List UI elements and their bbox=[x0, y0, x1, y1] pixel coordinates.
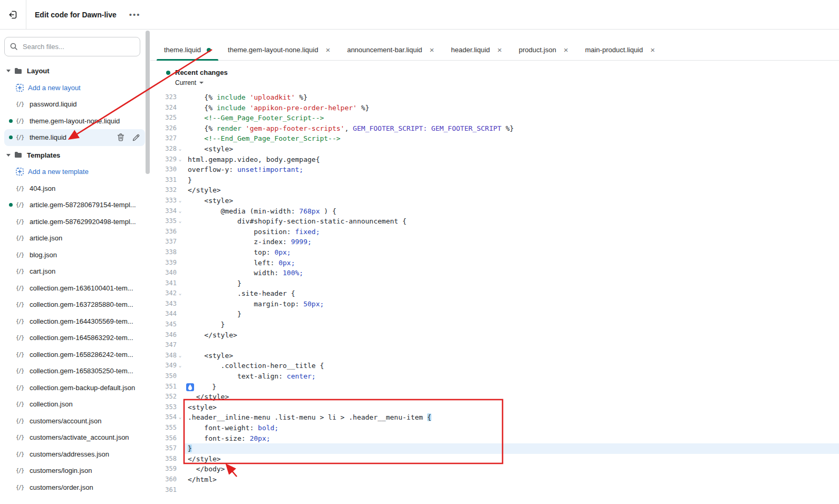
fold-toggle-icon[interactable]: ⌄ bbox=[177, 196, 184, 206]
overflow-menu-button[interactable]: ••• bbox=[126, 8, 144, 21]
search-files-input[interactable] bbox=[4, 37, 140, 56]
file-item[interactable]: {/}collection.gem-1658305250-tem... bbox=[4, 363, 145, 380]
add-new-file-button[interactable]: Add a new layout bbox=[4, 80, 145, 96]
tab-header.liquid[interactable]: header.liquid× bbox=[442, 40, 510, 60]
top-bar: Edit code for Dawn-live ••• bbox=[0, 0, 839, 30]
code-text[interactable]: div#shopify-section-static-announcement … bbox=[184, 216, 839, 227]
code-text[interactable]: width: 100%; bbox=[184, 268, 839, 278]
code-text[interactable]: } bbox=[184, 309, 839, 319]
close-tab-icon[interactable]: × bbox=[650, 46, 655, 54]
code-text[interactable]: </style> bbox=[184, 330, 839, 341]
file-item[interactable]: {/}customers/login.json bbox=[4, 462, 145, 479]
close-tab-icon[interactable]: × bbox=[564, 46, 568, 54]
code-text[interactable]: <style> bbox=[184, 351, 839, 361]
file-item[interactable]: {/}theme.liquid bbox=[4, 129, 145, 146]
file-item[interactable]: {/}collection.gem-1645863292-tem... bbox=[4, 329, 145, 346]
tab-product.json[interactable]: product.json× bbox=[510, 40, 577, 60]
tab-theme.liquid[interactable]: theme.liquid bbox=[156, 40, 219, 60]
folder-templates[interactable]: Templates bbox=[4, 147, 145, 164]
code-line: 323 {% include 'uploadkit' %} bbox=[150, 92, 839, 103]
file-item[interactable]: {/}password.liquid bbox=[4, 96, 145, 113]
file-item[interactable]: {/}404.json bbox=[4, 180, 145, 197]
tab-theme.gem-layout-none.liquid[interactable]: theme.gem-layout-none.liquid× bbox=[219, 40, 339, 60]
code-text[interactable]: @media (min-width: 768px ) { bbox=[184, 206, 839, 217]
exit-code-editor-button[interactable] bbox=[0, 0, 26, 29]
file-item[interactable]: {/}article.gem-587629920498-templ... bbox=[4, 214, 145, 230]
rename-file-icon[interactable] bbox=[132, 134, 140, 141]
file-item[interactable]: {/}article.gem-587280679154-templ... bbox=[4, 197, 145, 214]
code-text[interactable]: overflow-y: unset!important; bbox=[184, 164, 839, 175]
file-item[interactable]: {/}collection.gem-1637285880-tem... bbox=[4, 296, 145, 313]
file-item[interactable]: {/}customers/account.json bbox=[4, 413, 145, 430]
code-editor[interactable]: 323 {% include 'uploadkit' %}324 {% incl… bbox=[150, 92, 839, 495]
fold-toggle-icon[interactable]: ⌄ bbox=[177, 216, 184, 227]
code-text[interactable]: } bbox=[184, 443, 839, 454]
code-text[interactable]: <style> bbox=[184, 196, 839, 206]
code-text[interactable]: <!--Gem_Page_Footer_Script--> bbox=[184, 113, 839, 123]
code-text[interactable]: .header__inline-menu .list-menu > li > .… bbox=[184, 412, 839, 423]
file-item[interactable]: {/}article.json bbox=[4, 230, 145, 247]
code-text[interactable]: {% include 'uploadkit' %} bbox=[184, 92, 839, 103]
file-item[interactable]: {/}collection.gem-1644305569-tem... bbox=[4, 313, 145, 330]
fold-toggle-icon[interactable]: ⌄ bbox=[177, 288, 184, 299]
folder-layout[interactable]: Layout bbox=[4, 63, 145, 80]
file-item[interactable]: {/}customers/activate_account.json bbox=[4, 429, 145, 446]
code-text[interactable]: </style> bbox=[184, 392, 839, 402]
file-type-icon: {/} bbox=[16, 434, 26, 440]
close-tab-icon[interactable]: × bbox=[497, 46, 502, 54]
code-text[interactable]: left: 0px; bbox=[184, 258, 839, 268]
file-item[interactable]: {/}theme.gem-layout-none.liquid bbox=[4, 113, 145, 130]
sidebar-scrollbar[interactable] bbox=[146, 31, 150, 174]
code-text[interactable]: font-weight: bold; bbox=[184, 423, 839, 433]
code-text[interactable]: </html> bbox=[184, 474, 839, 485]
code-text[interactable]: } bbox=[184, 319, 839, 330]
code-text[interactable]: .site-header { bbox=[184, 288, 839, 299]
code-text[interactable]: position: fixed; bbox=[184, 227, 839, 237]
file-item[interactable]: {/}customers/order.json bbox=[4, 479, 145, 496]
code-text[interactable]: } bbox=[184, 175, 839, 186]
file-item[interactable]: {/}blog.json bbox=[4, 247, 145, 264]
code-text[interactable]: .collection-hero__title { bbox=[184, 361, 839, 371]
fold-toggle-icon[interactable]: ⌄ bbox=[177, 351, 184, 361]
code-text[interactable]: html.gemapp.video, body.gempage{ bbox=[184, 154, 839, 165]
code-line: 332</style> bbox=[150, 185, 839, 196]
tab-announcement-bar.liquid[interactable]: announcement-bar.liquid× bbox=[339, 40, 442, 60]
code-text[interactable]: z-index: 9999; bbox=[184, 237, 839, 247]
code-text[interactable]: } bbox=[184, 278, 839, 289]
code-text[interactable]: {% render 'gem-app-footer-scripts', GEM_… bbox=[184, 123, 839, 134]
code-text[interactable]: text-align: center; bbox=[184, 371, 839, 382]
fold-toggle-icon[interactable]: ⌄ bbox=[177, 206, 184, 217]
recent-changes-label: Recent changes bbox=[175, 69, 228, 76]
add-new-file-button[interactable]: Add a new template bbox=[4, 163, 145, 180]
tab-main-product.liquid[interactable]: main-product.liquid× bbox=[576, 40, 663, 60]
code-text[interactable]: <style> bbox=[184, 402, 839, 413]
code-text[interactable] bbox=[184, 340, 839, 351]
code-text[interactable]: </body> bbox=[184, 464, 839, 474]
file-item[interactable]: {/}customers/addresses.json bbox=[4, 446, 145, 463]
code-text[interactable]: <style> bbox=[184, 144, 839, 154]
close-tab-icon[interactable]: × bbox=[430, 46, 435, 54]
delete-file-icon[interactable] bbox=[117, 133, 124, 141]
code-text[interactable]: } bbox=[184, 382, 839, 392]
code-text[interactable]: {% include 'appikon-pre-order-helper' %} bbox=[184, 103, 839, 113]
code-text[interactable]: <!--End_Gem_Page_Footer_Script--> bbox=[184, 133, 839, 144]
file-item[interactable]: {/}collection.gem-1658286242-tem... bbox=[4, 346, 145, 363]
code-text[interactable]: top: 0px; bbox=[184, 247, 839, 258]
fold-toggle-icon[interactable]: ⌄ bbox=[177, 144, 184, 154]
fold-toggle-icon[interactable]: ⌄ bbox=[177, 412, 184, 423]
file-item[interactable]: {/}collection.gem-1636100401-tem... bbox=[4, 280, 145, 297]
file-item[interactable]: {/}collection.json bbox=[4, 396, 145, 413]
fold-toggle-icon[interactable]: ⌄ bbox=[177, 361, 184, 371]
code-text[interactable] bbox=[184, 485, 839, 496]
file-item[interactable]: {/}collection.gem-backup-default.json bbox=[4, 380, 145, 396]
fold-toggle-icon[interactable]: ⌄ bbox=[177, 154, 184, 165]
code-text[interactable]: </style> bbox=[184, 185, 839, 196]
version-selector[interactable]: Current bbox=[175, 79, 204, 86]
file-item[interactable]: {/}cart.json bbox=[4, 263, 145, 280]
color-swatch-icon[interactable] bbox=[186, 383, 194, 391]
close-tab-icon[interactable]: × bbox=[325, 46, 330, 54]
code-text[interactable]: margin-top: 50px; bbox=[184, 299, 839, 309]
code-text[interactable]: </style> bbox=[184, 454, 839, 464]
code-token: {% bbox=[188, 124, 217, 132]
code-text[interactable]: font-size: 20px; bbox=[184, 433, 839, 444]
